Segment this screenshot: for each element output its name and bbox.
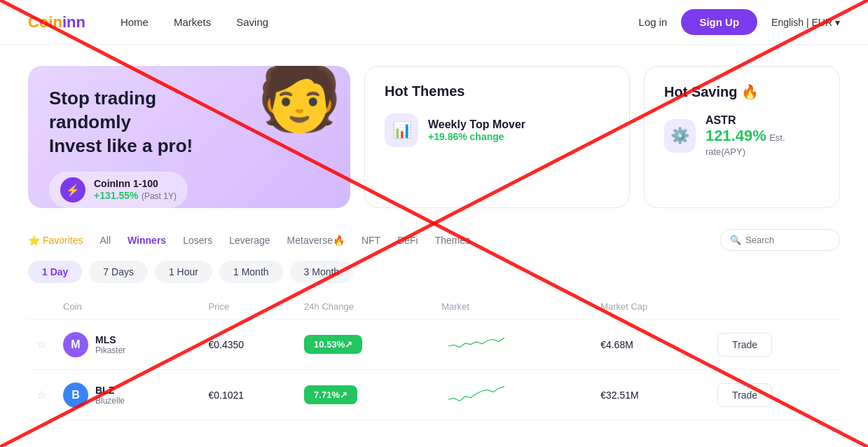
coin-info: BLZ Bluzelle: [95, 385, 125, 406]
th-price: Price: [200, 294, 296, 319]
hot-saving-coin: ASTR: [705, 114, 820, 127]
search-box: 🔍: [719, 229, 840, 251]
banner-badge: ⚡ CoinInn 1-100 +131.55% (Past 1Y): [49, 172, 188, 208]
hot-themes-icon: 📊: [385, 114, 418, 147]
hot-themes-item: 📊 Weekly Top Mover +19.86% change: [385, 114, 609, 147]
table-row: ☆ B BLZ Bluzelle €0.1021 7.71%↗ €32.51M …: [28, 370, 840, 420]
hot-themes-item-name: Weekly Top Mover: [428, 118, 525, 131]
time-1month[interactable]: 1 Month: [219, 261, 283, 283]
time-1day[interactable]: 1 Day: [28, 261, 82, 283]
hot-saving-card: Hot Saving 🔥 ⚙️ ASTR 121.49% Est. rate(A…: [644, 66, 840, 208]
banner-figure: 🧑: [256, 66, 343, 129]
chevron-down-icon: ▾: [835, 17, 840, 28]
nav-home[interactable]: Home: [120, 16, 149, 28]
th-coin: Coin: [55, 294, 200, 319]
change-badge: 7.71%↗: [304, 385, 357, 404]
nav-markets[interactable]: Markets: [174, 16, 211, 28]
filter-themes[interactable]: Themes: [435, 235, 471, 246]
price-cell: €0.1021: [200, 370, 296, 420]
fav-cell: ☆: [28, 370, 55, 420]
marketcap-cell: €4.68M: [592, 319, 709, 370]
price-cell: €0.4350: [200, 319, 296, 370]
logo[interactable]: Coininn: [28, 13, 85, 32]
time-1hour[interactable]: 1 Hour: [155, 261, 212, 283]
coin-avatar: M: [63, 332, 88, 357]
hot-saving-rate-row: 121.49% Est. rate(APY): [705, 127, 820, 158]
hot-themes-change: +19.86% change: [428, 131, 525, 142]
coin-cell: M MLS Pikaster: [55, 319, 200, 370]
banner-title: Stop trading randomlyInvest like a pro!: [49, 87, 231, 158]
search-icon: 🔍: [730, 235, 741, 245]
hot-saving-icon: ⚙️: [664, 119, 696, 153]
badge-period: (Past 1Y): [142, 191, 177, 201]
login-button[interactable]: Log in: [639, 16, 668, 28]
badge-name: CoinInn 1-100: [94, 178, 177, 189]
hot-themes-info: Weekly Top Mover +19.86% change: [428, 118, 525, 142]
nav-links: Home Markets Saving: [120, 16, 639, 28]
table-section: ⭐ Favorites All Winners Losers Leverage …: [0, 222, 868, 434]
filter-all[interactable]: All: [99, 235, 111, 246]
navbar: Coininn Home Markets Saving Log in Sign …: [0, 0, 868, 45]
table-header: Coin Price 24h Change Market Market Cap: [28, 294, 840, 319]
coin-fullname: Pikaster: [95, 345, 125, 355]
mini-chart: [441, 380, 511, 408]
marketcap-cell: €32.51M: [592, 370, 709, 420]
hero-section: Stop trading randomlyInvest like a pro! …: [0, 45, 868, 222]
favorite-star[interactable]: ☆: [36, 389, 46, 401]
banner-card: Stop trading randomlyInvest like a pro! …: [28, 66, 350, 208]
coin-symbol: BLZ: [95, 385, 125, 396]
action-cell: Trade: [709, 370, 840, 420]
hot-saving-item: ⚙️ ASTR 121.49% Est. rate(APY): [664, 114, 820, 158]
hot-themes-card: Hot Themes 📊 Weekly Top Mover +19.86% ch…: [364, 66, 630, 208]
language-button[interactable]: English | EUR ▾: [771, 17, 840, 28]
coin-table: Coin Price 24h Change Market Market Cap …: [28, 294, 840, 420]
market-cell: [433, 370, 592, 420]
lightning-icon: ⚡: [60, 177, 85, 202]
nav-right: Log in Sign Up English | EUR ▾: [639, 9, 840, 35]
badge-return: +131.55%: [94, 190, 138, 201]
th-fav: [28, 294, 55, 319]
coin-info: MLS Pikaster: [95, 334, 125, 355]
change-cell: 7.71%↗: [296, 370, 433, 420]
filter-row: ⭐ Favorites All Winners Losers Leverage …: [28, 229, 840, 251]
favorite-star[interactable]: ☆: [36, 338, 46, 350]
badge-info: CoinInn 1-100 +131.55% (Past 1Y): [94, 178, 177, 202]
trade-button[interactable]: Trade: [717, 383, 772, 407]
hot-saving-info: ASTR 121.49% Est. rate(APY): [705, 114, 820, 158]
trade-button[interactable]: Trade: [717, 333, 772, 357]
mini-chart: [441, 329, 511, 357]
badge-return-row: +131.55% (Past 1Y): [94, 189, 177, 202]
coin-avatar: B: [63, 383, 88, 408]
time-7days[interactable]: 7 Days: [89, 261, 148, 283]
filter-favorites[interactable]: ⭐ Favorites: [28, 235, 83, 246]
language-label: English | EUR: [771, 17, 832, 28]
hot-saving-title: Hot Saving 🔥: [664, 83, 820, 100]
search-input[interactable]: [745, 235, 829, 245]
coin-cell: B BLZ Bluzelle: [55, 370, 200, 420]
filter-metaverse[interactable]: Metaverse🔥: [287, 235, 345, 246]
change-badge: 10.53%↗: [304, 335, 362, 354]
filter-winners[interactable]: Winners: [128, 235, 166, 246]
filter-defi[interactable]: DeFi: [397, 235, 418, 246]
time-filters: 1 Day 7 Days 1 Hour 1 Month 3 Month: [28, 261, 840, 283]
filter-leverage[interactable]: Leverage: [229, 235, 270, 246]
coin-fullname: Bluzelle: [95, 396, 125, 406]
coin-tbody: ☆ M MLS Pikaster €0.4350 10.53%↗ €4.68M …: [28, 319, 840, 420]
th-marketcap: Market Cap: [592, 294, 709, 319]
th-action: [709, 294, 840, 319]
time-3month[interactable]: 3 Month: [290, 261, 354, 283]
filter-losers[interactable]: Losers: [183, 235, 212, 246]
hot-saving-rate: 121.49%: [705, 127, 766, 144]
filter-nft[interactable]: NFT: [361, 235, 380, 246]
table-row: ☆ M MLS Pikaster €0.4350 10.53%↗ €4.68M …: [28, 319, 840, 370]
signup-button[interactable]: Sign Up: [681, 9, 757, 35]
nav-saving[interactable]: Saving: [236, 16, 268, 28]
coin-symbol: MLS: [95, 334, 125, 345]
change-cell: 10.53%↗: [296, 319, 433, 370]
hot-themes-title: Hot Themes: [385, 83, 609, 99]
th-change: 24h Change: [296, 294, 433, 319]
market-cell: [433, 319, 592, 370]
action-cell: Trade: [709, 319, 840, 370]
fav-cell: ☆: [28, 319, 55, 370]
th-market: Market: [433, 294, 592, 319]
